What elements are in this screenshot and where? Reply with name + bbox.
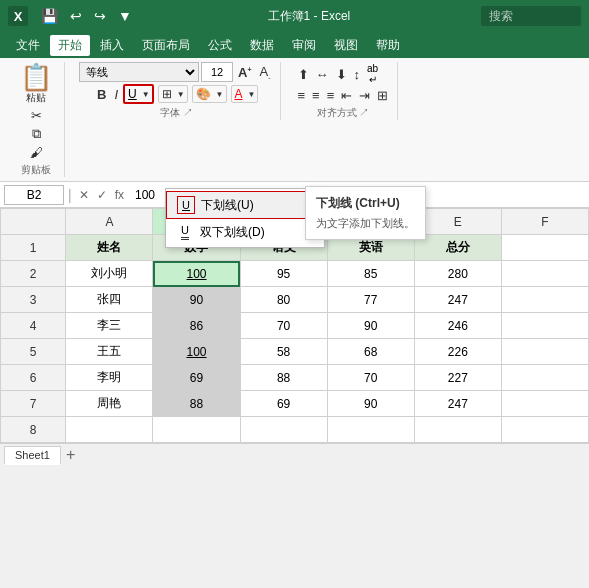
cell-a7[interactable]: 周艳 [66, 391, 153, 417]
customize-button[interactable]: ▼ [113, 6, 137, 26]
border-dropdown-button[interactable]: ▼ [175, 89, 187, 100]
border-button[interactable]: ⊞ [159, 86, 175, 102]
undo-button[interactable]: ↩ [65, 6, 87, 26]
cell-b5[interactable]: 100 [153, 339, 240, 365]
cell-f6[interactable] [501, 365, 588, 391]
cell-f4[interactable] [501, 313, 588, 339]
cell-a8[interactable] [66, 417, 153, 443]
cell-b4[interactable]: 86 [153, 313, 240, 339]
row-header-6[interactable]: 6 [1, 365, 66, 391]
cell-f5[interactable] [501, 339, 588, 365]
cell-e7[interactable]: 247 [414, 391, 501, 417]
row-header-2[interactable]: 2 [1, 261, 66, 287]
cell-c4[interactable]: 70 [240, 313, 327, 339]
search-input[interactable] [481, 6, 581, 26]
cell-d7[interactable]: 90 [327, 391, 414, 417]
menu-item-insert[interactable]: 插入 [92, 35, 132, 56]
cell-a1[interactable]: 姓名 [66, 235, 153, 261]
cell-f8[interactable] [501, 417, 588, 443]
menu-item-help[interactable]: 帮助 [368, 35, 408, 56]
cell-b6[interactable]: 69 [153, 365, 240, 391]
format-painter-button[interactable]: 🖌 [14, 144, 58, 161]
menu-item-data[interactable]: 数据 [242, 35, 282, 56]
cell-e8[interactable] [414, 417, 501, 443]
cell-e2[interactable]: 280 [414, 261, 501, 287]
underline-dropdown-button[interactable]: ▼ [140, 89, 152, 100]
font-size-input[interactable] [201, 62, 233, 82]
cell-c6[interactable]: 88 [240, 365, 327, 391]
cut-button[interactable]: ✂ [14, 107, 58, 124]
cell-b2[interactable]: 100 [153, 261, 240, 287]
indent-increase-button[interactable]: ⇥ [356, 87, 373, 104]
indent-decrease-button[interactable]: ⇤ [338, 87, 355, 104]
cell-c8[interactable] [240, 417, 327, 443]
cell-d8[interactable] [327, 417, 414, 443]
row-header-7[interactable]: 7 [1, 391, 66, 417]
cell-a3[interactable]: 张四 [66, 287, 153, 313]
menu-item-file[interactable]: 文件 [8, 35, 48, 56]
cell-e5[interactable]: 226 [414, 339, 501, 365]
cell-a2[interactable]: 刘小明 [66, 261, 153, 287]
cell-e1[interactable]: 总分 [414, 235, 501, 261]
italic-button[interactable]: I [111, 86, 121, 103]
cell-e4[interactable]: 246 [414, 313, 501, 339]
menu-item-pagelayout[interactable]: 页面布局 [134, 35, 198, 56]
underline-option[interactable]: U 下划线(U) [166, 191, 324, 219]
menu-item-review[interactable]: 审阅 [284, 35, 324, 56]
fontcolor-dropdown-button[interactable]: ▼ [246, 89, 258, 100]
row-header-1[interactable]: 1 [1, 235, 66, 261]
formula-confirm-button[interactable]: ✓ [94, 187, 110, 203]
cell-c2[interactable]: 95 [240, 261, 327, 287]
row-header-5[interactable]: 5 [1, 339, 66, 365]
align-bottom-button[interactable]: ⬇ [333, 62, 350, 86]
cell-d6[interactable]: 70 [327, 365, 414, 391]
row-header-3[interactable]: 3 [1, 287, 66, 313]
formula-cancel-button[interactable]: ✕ [76, 187, 92, 203]
row-header-8[interactable]: 8 [1, 417, 66, 443]
wrap-button[interactable]: ab↵ [364, 62, 381, 86]
add-sheet-button[interactable]: + [63, 445, 78, 465]
cell-d4[interactable]: 90 [327, 313, 414, 339]
align-right-button[interactable]: ≡ [324, 87, 338, 104]
cell-d5[interactable]: 68 [327, 339, 414, 365]
formula-function-button[interactable]: fx [112, 187, 127, 203]
cell-a5[interactable]: 王五 [66, 339, 153, 365]
font-grow-button[interactable]: A+ [235, 64, 254, 81]
menu-item-home[interactable]: 开始 [50, 35, 90, 56]
double-underline-option[interactable]: U 双下划线(D) [166, 219, 324, 245]
cell-b3[interactable]: 90 [153, 287, 240, 313]
col-header-f[interactable]: F [501, 209, 588, 235]
bold-button[interactable]: B [94, 86, 109, 103]
cell-c3[interactable]: 80 [240, 287, 327, 313]
cell-f7[interactable] [501, 391, 588, 417]
cell-c5[interactable]: 58 [240, 339, 327, 365]
copy-button[interactable]: ⧉ [14, 125, 58, 143]
font-shrink-button[interactable]: A- [256, 63, 273, 82]
col-header-e[interactable]: E [414, 209, 501, 235]
paste-button[interactable]: 📋 粘贴 [14, 62, 58, 107]
cell-d2[interactable]: 85 [327, 261, 414, 287]
cell-f2[interactable] [501, 261, 588, 287]
cell-a4[interactable]: 李三 [66, 313, 153, 339]
col-header-a[interactable]: A [66, 209, 153, 235]
align-middle-button[interactable]: ↔ [313, 62, 332, 86]
cell-e6[interactable]: 227 [414, 365, 501, 391]
cell-d3[interactable]: 77 [327, 287, 414, 313]
text-direction-button[interactable]: ↕ [351, 62, 364, 86]
sheet-tab-sheet1[interactable]: Sheet1 [4, 446, 61, 465]
align-left-button[interactable]: ≡ [295, 87, 309, 104]
redo-button[interactable]: ↪ [89, 6, 111, 26]
cell-a6[interactable]: 李明 [66, 365, 153, 391]
cell-b7[interactable]: 88 [153, 391, 240, 417]
font-name-select[interactable]: 等线 [79, 62, 199, 82]
fill-button[interactable]: 🎨 [193, 86, 214, 102]
cell-f3[interactable] [501, 287, 588, 313]
menu-item-view[interactable]: 视图 [326, 35, 366, 56]
cell-c7[interactable]: 69 [240, 391, 327, 417]
cell-f1[interactable] [501, 235, 588, 261]
menu-item-formula[interactable]: 公式 [200, 35, 240, 56]
align-top-button[interactable]: ⬆ [295, 62, 312, 86]
underline-button-container[interactable]: U ▼ [123, 84, 154, 104]
row-header-4[interactable]: 4 [1, 313, 66, 339]
save-button[interactable]: 💾 [36, 6, 63, 26]
